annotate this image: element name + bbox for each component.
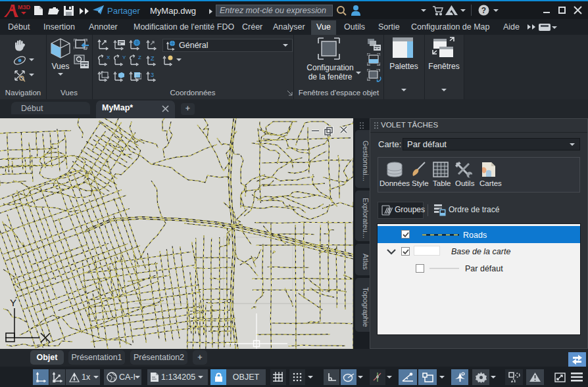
svg-text:3: 3	[151, 72, 154, 78]
svg-text:Z: Z	[138, 55, 141, 60]
svg-text:Y: Y	[10, 297, 16, 308]
svg-text:?: ?	[481, 6, 486, 15]
svg-text:X: X	[107, 55, 110, 60]
svg-text:Y: Y	[122, 55, 126, 60]
svg-text:Z: Z	[151, 55, 155, 62]
